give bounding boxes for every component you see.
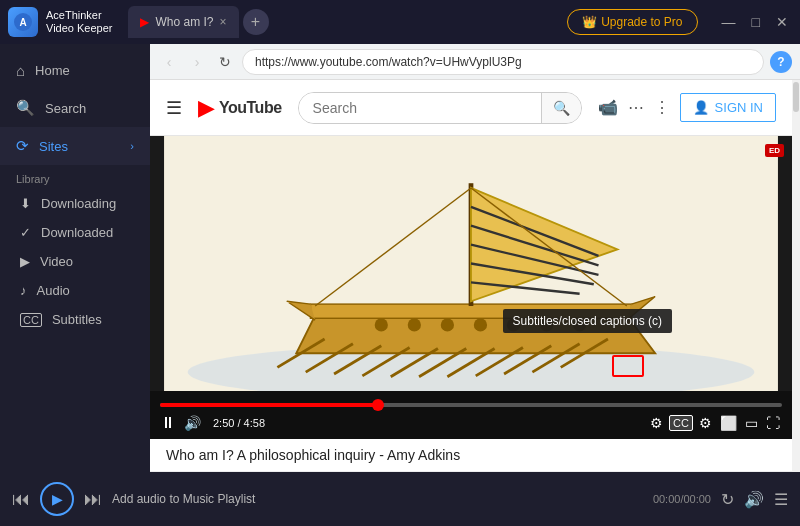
- video-title: Who am I? A philosophical inquiry - Amy …: [166, 447, 776, 463]
- sidebar-item-home[interactable]: ⌂ Home: [0, 52, 150, 89]
- theater-button[interactable]: ▭: [743, 413, 760, 433]
- play-button[interactable]: ▶: [40, 482, 74, 516]
- sidebar-item-downloaded[interactable]: ✓ Downloaded: [0, 218, 150, 247]
- sidebar-home-label: Home: [35, 63, 70, 78]
- title-bar: A AceThinker Video Keeper ▶ Who am I? × …: [0, 0, 800, 44]
- refresh-button[interactable]: ↻: [214, 51, 236, 73]
- youtube-header-right: 📹 ⋯ ⋮ 👤 SIGN IN: [598, 93, 776, 122]
- time-display: 2:50 / 4:58: [213, 417, 265, 429]
- grid-icon[interactable]: ⋯: [628, 98, 644, 117]
- sidebar-downloaded-label: Downloaded: [41, 225, 113, 240]
- tab-youtube-icon: ▶: [140, 15, 149, 29]
- sign-in-label: SIGN IN: [715, 100, 763, 115]
- tab-bar: ▶ Who am I? × +: [128, 6, 559, 38]
- player-repeat-button[interactable]: ↻: [721, 490, 734, 509]
- menu-icon[interactable]: ☰: [166, 97, 182, 119]
- controls-row: ⏸ 🔊 2:50 / 4:58 ⚙ CC ⚙ ⬜ ▭: [150, 413, 792, 433]
- upgrade-label: Upgrade to Pro: [601, 15, 682, 29]
- player-time: 00:00/00:00: [653, 493, 711, 505]
- video-area: ED Subtitles/closed captions (c): [150, 136, 792, 439]
- player-right-controls: ↻ 🔊 ☰: [721, 490, 788, 509]
- youtube-search-bar[interactable]: 🔍: [298, 92, 582, 124]
- downloaded-icon: ✓: [20, 225, 31, 240]
- progress-bar[interactable]: [160, 403, 782, 407]
- player-volume-button[interactable]: 🔊: [744, 490, 764, 509]
- sidebar-item-downloading[interactable]: ⬇ Downloading: [0, 189, 150, 218]
- help-button[interactable]: ?: [770, 51, 792, 73]
- progress-dot: [372, 399, 384, 411]
- sidebar-item-video[interactable]: ▶ Video: [0, 247, 150, 276]
- video-controls: ⏸ 🔊 2:50 / 4:58 ⚙ CC ⚙ ⬜ ▭: [150, 391, 792, 439]
- progress-fill: [160, 403, 378, 407]
- sidebar-item-sites[interactable]: ⟳ Sites ›: [0, 127, 150, 165]
- youtube-search-button[interactable]: 🔍: [541, 93, 581, 123]
- main-layout: ⌂ Home 🔍 Search ⟳ Sites › Library ⬇ Down…: [0, 44, 800, 472]
- home-icon: ⌂: [16, 62, 25, 79]
- cc-button[interactable]: CC: [669, 415, 693, 431]
- sidebar-item-subtitles[interactable]: CC Subtitles: [0, 305, 150, 334]
- window-controls: — □ ✕: [718, 12, 792, 32]
- settings-button[interactable]: ⚙: [697, 413, 714, 433]
- youtube-logo[interactable]: ▶ YouTube: [198, 95, 282, 121]
- upgrade-button[interactable]: 👑 Upgrade to Pro: [567, 9, 697, 35]
- browser-content: ☰ ▶ YouTube 🔍 📹 ⋯ ⋮ 👤: [150, 80, 800, 472]
- audio-icon: ♪: [20, 283, 27, 298]
- address-bar: ‹ › ↻ ?: [150, 44, 800, 80]
- sidebar-audio-label: Audio: [37, 283, 70, 298]
- ed-badge: ED: [765, 144, 784, 157]
- svg-point-26: [441, 318, 454, 331]
- fullscreen-button[interactable]: ⛶: [764, 413, 782, 433]
- close-button[interactable]: ✕: [772, 12, 792, 32]
- browser-area: ‹ › ↻ ? ☰ ▶ YouTube 🔍: [150, 44, 800, 472]
- sites-icon: ⟳: [16, 137, 29, 155]
- more-icon[interactable]: ⋮: [654, 98, 670, 117]
- sign-in-button[interactable]: 👤 SIGN IN: [680, 93, 776, 122]
- svg-point-27: [474, 318, 487, 331]
- sidebar: ⌂ Home 🔍 Search ⟳ Sites › Library ⬇ Down…: [0, 44, 150, 472]
- account-icon: 👤: [693, 100, 709, 115]
- video-info: Who am I? A philosophical inquiry - Amy …: [150, 439, 792, 472]
- prev-button[interactable]: ⏮: [12, 489, 30, 510]
- video-frame: [150, 136, 792, 391]
- svg-text:A: A: [19, 17, 26, 28]
- upgrade-icon: 👑: [582, 15, 597, 29]
- search-icon: 🔍: [16, 99, 35, 117]
- chevron-right-icon: ›: [130, 140, 134, 152]
- pip-button[interactable]: ⬜: [718, 413, 739, 433]
- scrollbar[interactable]: [792, 80, 800, 472]
- youtube-header: ☰ ▶ YouTube 🔍 📹 ⋯ ⋮ 👤: [150, 80, 792, 136]
- play-pause-button[interactable]: ⏸: [160, 414, 176, 432]
- bottom-player: ⏮ ▶ ⏭ Add audio to Music Playlist 00:00/…: [0, 472, 800, 526]
- video-icon: ▶: [20, 254, 30, 269]
- tab-close-button[interactable]: ×: [220, 15, 227, 29]
- video-quality-button[interactable]: ⚙: [648, 413, 665, 433]
- forward-button[interactable]: ›: [186, 51, 208, 73]
- new-tab-button[interactable]: +: [243, 9, 269, 35]
- browser-tab[interactable]: ▶ Who am I? ×: [128, 6, 238, 38]
- sidebar-video-label: Video: [40, 254, 73, 269]
- add-playlist-label: Add audio to Music Playlist: [112, 492, 643, 506]
- cc-highlight-box: [612, 355, 644, 377]
- address-input[interactable]: [242, 49, 764, 75]
- sidebar-item-audio[interactable]: ♪ Audio: [0, 276, 150, 305]
- youtube-logo-icon: ▶: [198, 95, 215, 121]
- browser-inner: ☰ ▶ YouTube 🔍 📹 ⋯ ⋮ 👤: [150, 80, 792, 472]
- app-name-line2: Video Keeper: [46, 22, 112, 35]
- scrollbar-thumb[interactable]: [793, 82, 799, 112]
- tab-label: Who am I?: [155, 15, 213, 29]
- app-name-line1: AceThinker: [46, 9, 112, 22]
- youtube-search-input[interactable]: [299, 93, 541, 123]
- maximize-button[interactable]: □: [748, 12, 764, 32]
- minimize-button[interactable]: —: [718, 12, 740, 32]
- sidebar-downloading-label: Downloading: [41, 196, 116, 211]
- downloading-icon: ⬇: [20, 196, 31, 211]
- next-button[interactable]: ⏭: [84, 489, 102, 510]
- app-logo: A: [8, 7, 38, 37]
- camera-icon[interactable]: 📹: [598, 98, 618, 117]
- library-label: Library: [0, 165, 150, 189]
- sidebar-item-search[interactable]: 🔍 Search: [0, 89, 150, 127]
- player-queue-button[interactable]: ☰: [774, 490, 788, 509]
- back-button[interactable]: ‹: [158, 51, 180, 73]
- volume-button[interactable]: 🔊: [184, 415, 201, 431]
- youtube-logo-text: YouTube: [219, 99, 282, 117]
